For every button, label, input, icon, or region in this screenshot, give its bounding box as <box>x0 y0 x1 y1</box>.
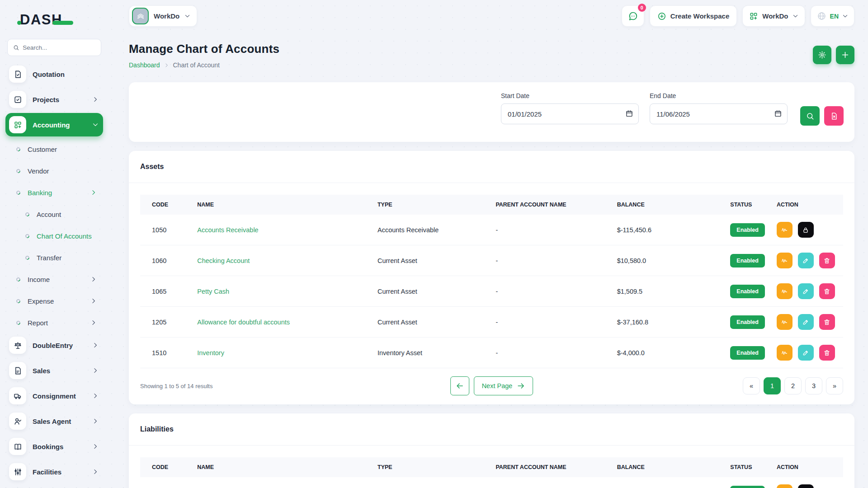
calendar-icon[interactable] <box>625 109 633 117</box>
clear-filter-button[interactable] <box>824 106 844 126</box>
lock-button[interactable] <box>798 484 814 488</box>
sidebar-item-label: Transfer <box>37 254 61 262</box>
file-icon <box>9 362 26 379</box>
workspace-selector[interactable]: WorkDo <box>129 5 197 27</box>
table-footer: Showing 1 to 5 of 14 results Next Page «… <box>140 377 843 404</box>
sidebar-item-bookings[interactable]: Bookings <box>5 435 103 458</box>
table-row: 1510 Inventory Inventory Asset - $-4,000… <box>140 338 843 368</box>
sidebar-item-doubleentry[interactable]: DoubleEntry <box>5 333 103 357</box>
account-link[interactable]: Petty Cash <box>197 288 229 295</box>
messages-badge: 0 <box>638 4 646 12</box>
sidebar-item-label: Income <box>28 276 50 283</box>
delete-button[interactable] <box>819 253 835 268</box>
chevron-down-icon <box>842 13 848 19</box>
transactions-button[interactable] <box>777 222 793 238</box>
cell-code: 1065 <box>140 276 193 307</box>
page-2-button[interactable]: 2 <box>784 377 802 394</box>
transactions-button[interactable] <box>777 314 793 330</box>
account-link[interactable]: Checking Account <box>197 257 250 264</box>
chevron-right-icon <box>92 443 99 450</box>
sidebar-item-sales[interactable]: Sales <box>5 359 103 382</box>
filter-card: Start Date End Date <box>129 82 854 142</box>
sidebar-item-banking[interactable]: Banking <box>5 182 103 203</box>
trash-icon <box>823 288 830 295</box>
sidebar-item-vendor[interactable]: Vendor <box>5 160 103 182</box>
logo-text: DASH <box>20 12 62 28</box>
edit-button[interactable] <box>798 253 814 268</box>
col-code: CODE <box>140 195 193 215</box>
cell-code: 1510 <box>140 338 193 368</box>
sidebar-item-consignment[interactable]: Consignment <box>5 384 103 408</box>
edit-button[interactable] <box>798 345 814 361</box>
cell-type: Current Asset <box>373 276 491 307</box>
add-account-button[interactable] <box>836 46 854 64</box>
messages-button[interactable]: 0 <box>622 5 644 27</box>
last-page-button[interactable]: » <box>826 377 843 394</box>
assets-card: Assets CODE NAME TYPE PARENT ACCOUNT NAM… <box>129 151 854 404</box>
delete-button[interactable] <box>819 283 835 299</box>
breadcrumb: Dashboard Chart of Account <box>129 61 279 69</box>
sidebar-item-transfer[interactable]: Transfer <box>5 247 103 268</box>
sidebar-item-label: Account <box>37 211 61 218</box>
delete-button[interactable] <box>819 314 835 330</box>
edit-button[interactable] <box>798 283 814 299</box>
settings-button[interactable] <box>813 46 831 64</box>
language-selector[interactable]: EN <box>811 5 854 27</box>
sidebar-item-accounting[interactable]: Accounting <box>5 113 103 136</box>
sidebar-item-label: Sales <box>33 367 50 375</box>
transactions-button[interactable] <box>777 484 793 488</box>
apply-filter-button[interactable] <box>800 106 820 126</box>
page-1-button[interactable]: 1 <box>764 377 781 394</box>
transactions-button[interactable] <box>777 345 793 361</box>
workdo-menu-button[interactable]: WorkDo <box>742 5 805 27</box>
page-3-button[interactable]: 3 <box>805 377 822 394</box>
end-date-input[interactable] <box>650 103 788 124</box>
next-page-button[interactable]: Next Page <box>474 376 533 395</box>
sidebar-item-income[interactable]: Income <box>5 268 103 290</box>
breadcrumb-dashboard-link[interactable]: Dashboard <box>129 61 160 69</box>
sidebar-item-label: Report <box>28 319 48 327</box>
sidebar-item-facilities[interactable]: Facilities <box>5 460 103 483</box>
sidebar-item-projects[interactable]: Projects <box>5 88 103 111</box>
arrow-left-icon <box>456 382 464 390</box>
sidebar-item-customer[interactable]: Customer <box>5 138 103 160</box>
status-badge: Enabled <box>730 486 765 488</box>
start-date-input[interactable] <box>501 103 639 124</box>
circle-bullet-icon <box>15 277 21 282</box>
first-page-button[interactable]: « <box>743 377 760 394</box>
app-logo[interactable]: DASH <box>0 7 108 35</box>
sidebar-item-label: Projects <box>33 96 59 103</box>
sidebar-item-sales-agent[interactable]: Sales Agent <box>5 409 103 433</box>
status-badge: Enabled <box>730 346 765 360</box>
create-workspace-button[interactable]: Create Workspace <box>650 5 737 27</box>
cell-parent: - <box>491 477 612 488</box>
chevron-right-icon <box>92 96 99 103</box>
liabilities-section-title: Liabilities <box>140 425 174 433</box>
transactions-button[interactable] <box>777 253 793 268</box>
sidebar-item-label: Expense <box>28 297 54 305</box>
sidebar-item-expense[interactable]: Expense <box>5 290 103 312</box>
account-link[interactable]: Inventory <box>197 349 224 357</box>
cell-type: Current Asset <box>373 307 491 338</box>
chevron-right-icon <box>90 319 97 326</box>
col-parent: PARENT ACCOUNT NAME <box>491 195 612 215</box>
account-link[interactable]: Accounts Receivable <box>197 226 258 234</box>
lock-button[interactable] <box>798 222 814 238</box>
sidebar-item-lms[interactable]: LMS <box>5 485 103 488</box>
search-input[interactable] <box>23 44 95 51</box>
sidebar-item-chart-of-accounts[interactable]: Chart Of Accounts <box>5 225 103 247</box>
previous-page-button[interactable] <box>450 376 469 395</box>
sidebar-item-account[interactable]: Account <box>5 203 103 225</box>
sidebar-item-quotation[interactable]: Quotation <box>5 62 103 86</box>
account-link[interactable]: Allowance for doubtful accounts <box>197 319 290 326</box>
sliders-icon <box>9 463 26 480</box>
breadcrumb-current: Chart of Account <box>173 61 220 69</box>
transactions-button[interactable] <box>777 283 793 299</box>
edit-button[interactable] <box>798 314 814 330</box>
lock-icon <box>802 226 809 234</box>
calendar-icon[interactable] <box>774 109 782 117</box>
logo-dot <box>17 21 21 25</box>
sidebar-search[interactable] <box>7 39 101 56</box>
delete-button[interactable] <box>819 345 835 361</box>
sidebar-item-report[interactable]: Report <box>5 312 103 333</box>
